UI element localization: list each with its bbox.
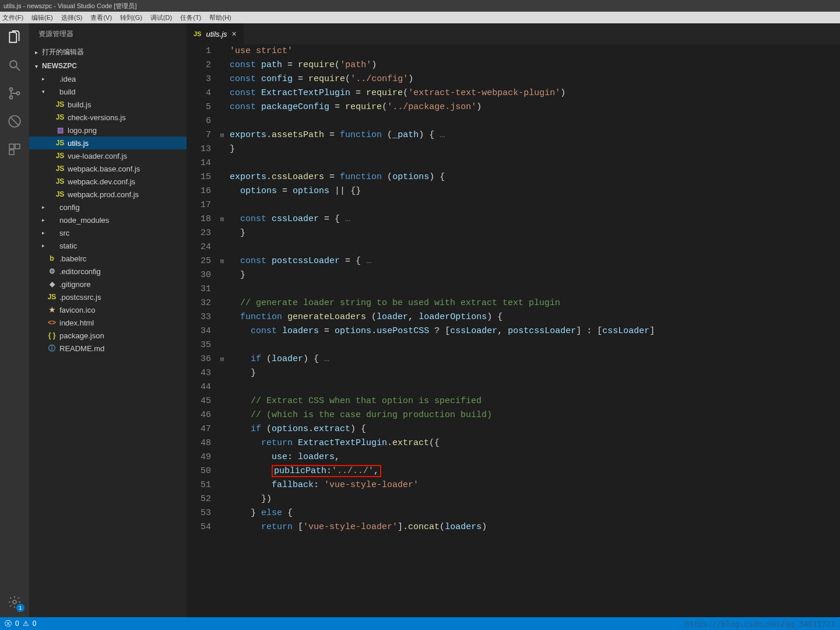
svg-line-6 [10, 117, 19, 125]
fold-toggle-icon [217, 72, 227, 86]
fold-toggle-icon [217, 338, 227, 352]
tree-item-label: index.html [59, 318, 94, 327]
file-item[interactable]: JScheck-versions.js [29, 111, 187, 124]
fold-toggle-icon [217, 240, 227, 254]
fold-toggle-icon [217, 506, 227, 520]
file-item[interactable]: JSwebpack.base.conf.js [29, 162, 187, 175]
folder-item[interactable]: ▸static [29, 239, 187, 252]
chevron-down-icon: ▾ [35, 63, 42, 69]
fold-toggle-icon [217, 450, 227, 464]
file-item[interactable]: JSbuild.js [29, 98, 187, 111]
fold-toggle-icon [217, 478, 227, 492]
fold-toggle-icon [217, 380, 227, 394]
tree-item-label: node_modules [59, 216, 109, 225]
folder-item[interactable]: ▾build [29, 85, 187, 98]
editor-area: JS utils.js × 12345671314151617182324253… [187, 23, 840, 617]
folder-item[interactable]: ▸config [29, 201, 187, 214]
tree-item-label: README.md [59, 344, 104, 353]
explorer-icon[interactable] [6, 29, 23, 46]
menu-item[interactable]: 编辑(E) [31, 13, 53, 22]
fold-toggle-icon [217, 492, 227, 506]
tree-item-label: config [59, 203, 80, 212]
fold-toggle-icon [217, 296, 227, 310]
tree-item-label: webpack.dev.conf.js [68, 177, 135, 186]
line-number-gutter: 1234567131415161718232425303132333435364… [187, 44, 217, 617]
star-icon: ★ [47, 306, 57, 314]
folder-item[interactable]: ▸.idea [29, 72, 187, 85]
open-editors-label: 打开的编辑器 [42, 47, 84, 57]
json-icon: { } [47, 331, 57, 340]
folder-item[interactable]: ▸node_modules [29, 214, 187, 226]
file-item[interactable]: b.babelrc [29, 252, 187, 265]
fold-toggle-icon [217, 170, 227, 184]
tree-item-label: check-versions.js [68, 113, 126, 122]
file-item[interactable]: <>index.html [29, 316, 187, 329]
fold-toggle-icon[interactable]: ⊞ [217, 254, 227, 268]
menu-item[interactable]: 转到(G) [120, 13, 142, 22]
fold-toggle-icon [217, 408, 227, 422]
code-content[interactable]: 'use strict'const path = require('path')… [227, 44, 840, 617]
file-item[interactable]: { }package.json [29, 329, 187, 342]
debug-icon[interactable] [6, 113, 23, 130]
explorer-sidebar: 资源管理器 ▸ 打开的编辑器 ▾ NEWSZPC ▸.idea▾buildJSb… [29, 23, 187, 617]
settings-gear-icon[interactable]: 1 [6, 594, 23, 610]
menu-item[interactable]: 任务(T) [180, 13, 201, 22]
tab-label: utils.js [206, 30, 227, 38]
fold-toggle-icon [217, 282, 227, 296]
search-icon[interactable] [6, 57, 23, 74]
file-item[interactable]: JSwebpack.dev.conf.js [29, 175, 187, 188]
menu-item[interactable]: 查看(V) [90, 13, 112, 22]
settings-badge: 1 [16, 604, 24, 612]
diamond-icon: ◆ [47, 280, 57, 288]
project-section[interactable]: ▾ NEWSZPC [29, 60, 187, 72]
open-editors-section[interactable]: ▸ 打开的编辑器 [29, 45, 187, 60]
file-item[interactable]: ★favicon.ico [29, 303, 187, 316]
file-item[interactable]: JSutils.js [29, 136, 187, 149]
extensions-icon[interactable] [6, 141, 23, 158]
file-item[interactable]: JSwebpack.prod.conf.js [29, 188, 187, 201]
file-item[interactable]: ⚙.editorconfig [29, 265, 187, 278]
code-editor[interactable]: 1234567131415161718232425303132333435364… [187, 44, 840, 617]
fold-toggle-icon[interactable]: ⊞ [217, 352, 227, 366]
js-icon: JS [47, 293, 57, 301]
file-item[interactable]: ▨logo.png [29, 124, 187, 136]
project-label: NEWSZPC [42, 62, 77, 70]
folder-item[interactable]: ▸src [29, 226, 187, 239]
chevron-icon: ▸ [40, 204, 47, 210]
html-icon: <> [47, 318, 57, 327]
js-icon: JS [55, 139, 65, 147]
source-control-icon[interactable] [6, 85, 23, 102]
menu-item[interactable]: 帮助(H) [209, 13, 231, 22]
menu-item[interactable]: 调试(D) [150, 13, 172, 22]
warning-icon[interactable]: ⚠ [23, 620, 29, 628]
fold-toggle-icon [217, 114, 227, 128]
chevron-icon: ▾ [40, 89, 47, 94]
fold-toggle-icon [217, 86, 227, 100]
error-icon[interactable]: ⓧ [5, 619, 12, 629]
tab-utils-js[interactable]: JS utils.js × [187, 23, 244, 44]
chevron-icon: ▸ [40, 76, 47, 82]
fold-toggle-icon [217, 156, 227, 170]
img-icon: ▨ [55, 126, 65, 134]
info-icon: ⓘ [47, 344, 57, 354]
fold-toggle-icon[interactable]: ⊞ [217, 128, 227, 142]
menu-item[interactable]: 文件(F) [2, 13, 23, 22]
fold-toggle-icon[interactable]: ⊞ [217, 212, 227, 226]
fold-toggle-icon [217, 394, 227, 408]
menu-item[interactable]: 选择(S) [61, 13, 83, 22]
fold-toggle-icon [217, 268, 227, 282]
tree-item-label: .babelrc [59, 254, 86, 263]
file-item[interactable]: ⓘREADME.md [29, 342, 187, 355]
status-bar: ⓧ 0 ⚠ 0 https://blog.csdn.net/qq_3461172… [0, 617, 840, 630]
tree-item-label: utils.js [68, 139, 89, 148]
file-item[interactable]: JSvue-loader.conf.js [29, 149, 187, 162]
js-file-icon: JS [194, 30, 201, 37]
watermark: https://blog.csdn.net/qq_34611721 [685, 620, 835, 628]
file-item[interactable]: JS.postcssrc.js [29, 290, 187, 303]
tree-item-label: .idea [59, 75, 76, 83]
close-icon[interactable]: × [232, 29, 237, 38]
fold-toggle-icon [217, 366, 227, 380]
tree-item-label: .editorconfig [59, 267, 101, 276]
fold-toggle-icon [217, 464, 227, 478]
file-item[interactable]: ◆.gitignore [29, 278, 187, 290]
